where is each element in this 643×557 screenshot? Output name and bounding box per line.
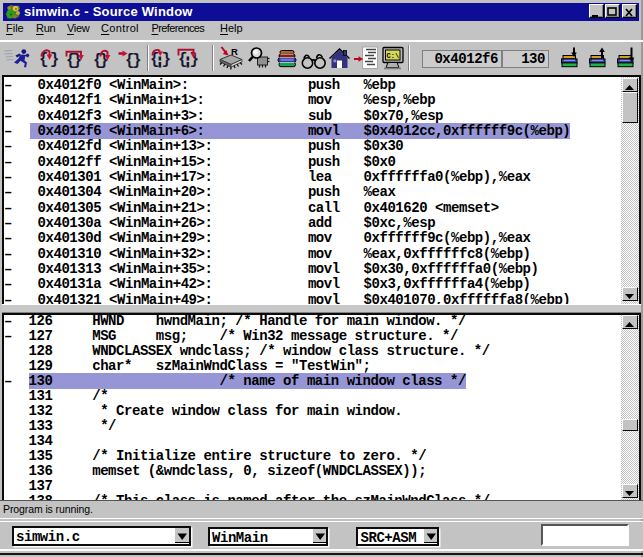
svg-text:R: R [231,46,238,57]
svg-text:C:\: C:\ [387,52,400,60]
